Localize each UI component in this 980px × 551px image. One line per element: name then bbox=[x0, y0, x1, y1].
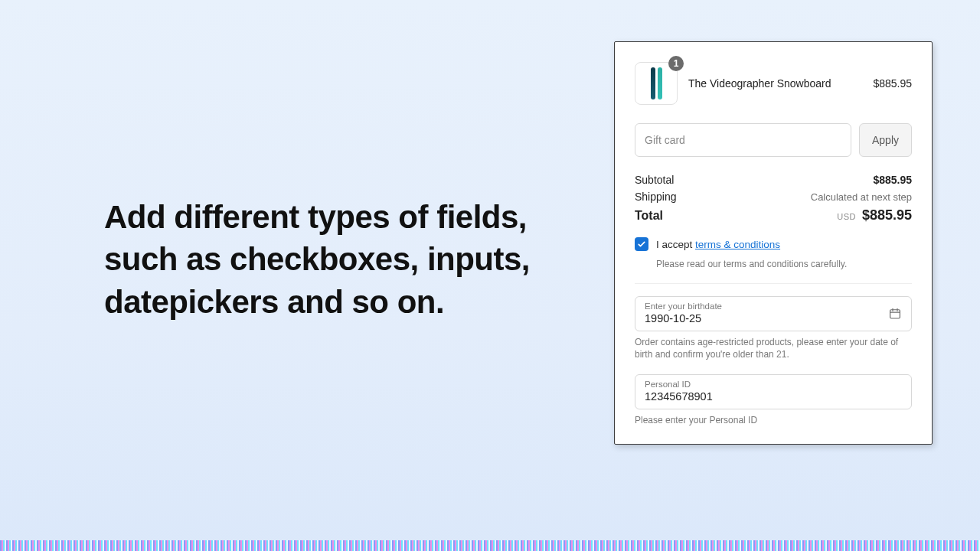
subtotal-label: Subtotal bbox=[635, 174, 674, 186]
calendar-icon bbox=[888, 307, 902, 321]
total-value: $885.95 bbox=[862, 207, 912, 223]
divider bbox=[635, 283, 912, 284]
product-name: The Videographer Snowboard bbox=[688, 77, 862, 90]
checkout-summary-panel: 1 The Videographer Snowboard $885.95 App… bbox=[614, 41, 933, 445]
terms-text: I accept terms & conditions bbox=[656, 239, 780, 250]
product-thumbnail: 1 bbox=[635, 62, 678, 105]
personal-id-value: 12345678901 bbox=[645, 390, 902, 403]
apply-button[interactable]: Apply bbox=[859, 123, 912, 157]
terms-link[interactable]: terms & conditions bbox=[695, 239, 780, 250]
svg-rect-0 bbox=[890, 310, 900, 318]
personal-id-help: Please enter your Personal ID bbox=[635, 414, 912, 426]
birthdate-label: Enter your birthdate bbox=[645, 302, 902, 311]
personal-id-field[interactable]: Personal ID 12345678901 bbox=[635, 374, 912, 409]
quantity-badge: 1 bbox=[668, 56, 684, 71]
terms-hint: Please read our terms and conditions car… bbox=[656, 259, 912, 269]
marketing-headline: Add different types of fields, such as c… bbox=[104, 196, 564, 323]
currency-code: USD bbox=[837, 212, 856, 221]
total-label: Total bbox=[635, 209, 663, 223]
birthdate-value: 1990-10-25 bbox=[645, 312, 902, 324]
birthdate-help: Order contains age-restricted products, … bbox=[635, 336, 912, 360]
gift-card-input[interactable] bbox=[635, 123, 851, 157]
decorative-noise bbox=[0, 540, 980, 551]
personal-id-label: Personal ID bbox=[645, 380, 902, 389]
shipping-label: Shipping bbox=[635, 191, 677, 203]
terms-checkbox[interactable] bbox=[635, 237, 648, 251]
line-item: 1 The Videographer Snowboard $885.95 bbox=[635, 62, 912, 105]
shipping-value: Calculated at next step bbox=[811, 191, 912, 203]
subtotal-value: $885.95 bbox=[873, 174, 912, 186]
birthdate-field[interactable]: Enter your birthdate 1990-10-25 bbox=[635, 296, 912, 331]
product-price: $885.95 bbox=[873, 77, 912, 90]
check-icon bbox=[637, 240, 646, 249]
